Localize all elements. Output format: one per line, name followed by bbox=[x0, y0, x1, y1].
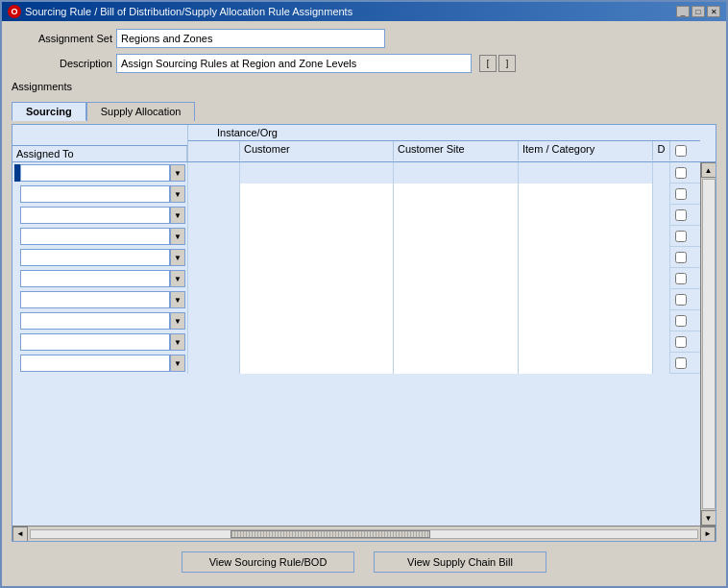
dropdown-arrow-9[interactable]: ▼ bbox=[170, 333, 185, 351]
cell-instance-4 bbox=[188, 226, 240, 247]
table-row: ▼ bbox=[12, 184, 700, 205]
cell-customer-site-10 bbox=[394, 353, 519, 374]
row-checkbox-7[interactable] bbox=[675, 294, 687, 306]
description-label: Description bbox=[12, 58, 112, 69]
description-row: Description [ ] bbox=[12, 54, 716, 73]
cell-customer-site-2 bbox=[394, 184, 519, 205]
cell-customer-3 bbox=[240, 205, 394, 226]
dropdown-arrow-10[interactable]: ▼ bbox=[170, 355, 185, 372]
grid-container: Assigned To Instance/Org Customer Custom… bbox=[12, 124, 716, 542]
row-checkbox-10[interactable] bbox=[675, 357, 687, 369]
close-button[interactable]: ✕ bbox=[707, 6, 720, 17]
assigned-to-dropdown-9[interactable] bbox=[20, 333, 170, 351]
assignments-label: Assignments bbox=[12, 81, 716, 92]
assigned-to-dropdown-1[interactable] bbox=[20, 164, 170, 182]
row-checkbox-9[interactable] bbox=[675, 336, 687, 348]
row-checkbox-1[interactable] bbox=[675, 167, 687, 179]
assigned-to-dropdown-8[interactable] bbox=[20, 312, 170, 330]
cell-instance-3 bbox=[188, 205, 240, 226]
cell-instance-5 bbox=[188, 247, 240, 268]
minimize-button[interactable]: _ bbox=[676, 6, 690, 17]
cell-customer-site-1 bbox=[394, 162, 519, 184]
tab-supply-allocation[interactable]: Supply Allocation bbox=[86, 102, 196, 121]
assigned-to-dropdown-4[interactable] bbox=[20, 228, 170, 245]
cell-item-4 bbox=[519, 226, 653, 247]
cell-assigned-to-1: ▼ bbox=[12, 162, 188, 184]
h-scroll-track[interactable] bbox=[30, 529, 698, 539]
view-supply-chain-button[interactable]: View Supply Chain Bill bbox=[374, 551, 546, 573]
cell-customer-site-5 bbox=[394, 247, 519, 268]
cell-d-8 bbox=[653, 310, 670, 331]
cell-instance-10 bbox=[188, 353, 240, 374]
row-checkbox-4[interactable] bbox=[675, 231, 687, 242]
dropdown-arrow-7[interactable]: ▼ bbox=[170, 291, 185, 308]
table-row: ▼ bbox=[12, 289, 700, 310]
scroll-up-button[interactable]: ▲ bbox=[701, 162, 716, 178]
assigned-to-dropdown-7[interactable] bbox=[20, 291, 170, 308]
table-row: ▼ bbox=[12, 331, 700, 353]
grid-header: Assigned To Instance/Org Customer Custom… bbox=[12, 125, 716, 162]
cell-check-3 bbox=[670, 205, 692, 225]
cell-customer-site-3 bbox=[394, 205, 519, 226]
assignment-set-input[interactable] bbox=[116, 29, 385, 48]
row-checkbox-8[interactable] bbox=[675, 315, 687, 327]
bracket-open[interactable]: [ bbox=[479, 55, 497, 72]
cell-check-8 bbox=[670, 310, 692, 331]
description-input[interactable] bbox=[116, 54, 472, 73]
table-row: ▼ bbox=[12, 205, 700, 226]
row-checkbox-2[interactable] bbox=[675, 188, 687, 200]
main-window: O Sourcing Rule / Bill of Distribution/S… bbox=[0, 0, 728, 588]
bracket-close[interactable]: ] bbox=[498, 55, 516, 72]
window-controls: _ □ ✕ bbox=[676, 6, 720, 17]
row-checkbox-6[interactable] bbox=[675, 273, 687, 284]
vertical-scrollbar[interactable]: ▲ ▼ bbox=[700, 162, 716, 526]
cell-check-10 bbox=[670, 353, 692, 373]
cell-customer-6 bbox=[240, 268, 394, 289]
dropdown-arrow-8[interactable]: ▼ bbox=[170, 312, 185, 330]
cell-item-1 bbox=[519, 162, 653, 184]
header-checkbox[interactable] bbox=[675, 145, 687, 157]
tab-sourcing[interactable]: Sourcing bbox=[12, 102, 86, 121]
dropdown-arrow-5[interactable]: ▼ bbox=[170, 249, 185, 266]
cell-customer-1 bbox=[240, 162, 394, 184]
dropdown-arrow-3[interactable]: ▼ bbox=[170, 207, 185, 224]
scroll-track[interactable] bbox=[702, 179, 716, 509]
assigned-to-dropdown-10[interactable] bbox=[20, 355, 170, 372]
h-scroll-thumb[interactable] bbox=[231, 530, 430, 538]
dropdown-arrow-1[interactable]: ▼ bbox=[170, 164, 185, 182]
assignment-set-row: Assignment Set bbox=[12, 29, 716, 48]
assigned-to-dropdown-6[interactable] bbox=[20, 270, 170, 287]
dropdown-arrow-4[interactable]: ▼ bbox=[170, 228, 185, 245]
cell-d-3 bbox=[653, 205, 670, 226]
maximize-button[interactable]: □ bbox=[692, 6, 705, 17]
assigned-to-dropdown-5[interactable] bbox=[20, 249, 170, 266]
table-row: ▼ bbox=[12, 268, 700, 289]
grid-rows-wrapper: ▼ bbox=[12, 162, 700, 526]
cell-d-4 bbox=[653, 226, 670, 247]
assigned-to-dropdown-2[interactable] bbox=[20, 185, 170, 203]
app-icon: O bbox=[8, 5, 21, 18]
cell-customer-2 bbox=[240, 184, 394, 205]
cell-customer-site-9 bbox=[394, 331, 519, 353]
col-header-assigned: Assigned To bbox=[12, 146, 187, 161]
cell-item-10 bbox=[519, 353, 653, 374]
cell-customer-10 bbox=[240, 353, 394, 374]
dropdown-arrow-6[interactable]: ▼ bbox=[170, 270, 185, 287]
corner-buttons: [ ] bbox=[479, 55, 516, 72]
row-checkbox-3[interactable] bbox=[675, 209, 687, 221]
cell-item-5 bbox=[519, 247, 653, 268]
cell-d-10 bbox=[653, 353, 670, 374]
scroll-left-button[interactable]: ◄ bbox=[12, 527, 28, 542]
view-sourcing-rule-button[interactable]: View Sourcing Rule/BOD bbox=[182, 551, 354, 573]
assignment-set-label: Assignment Set bbox=[12, 33, 112, 44]
horizontal-scrollbar[interactable]: ◄ ► bbox=[12, 526, 716, 541]
scroll-down-button[interactable]: ▼ bbox=[701, 510, 716, 526]
dropdown-arrow-2[interactable]: ▼ bbox=[170, 185, 185, 203]
scroll-right-button[interactable]: ► bbox=[700, 527, 716, 542]
cell-instance-9 bbox=[188, 331, 240, 353]
assigned-to-dropdown-3[interactable] bbox=[20, 207, 170, 224]
row-checkbox-5[interactable] bbox=[675, 252, 687, 263]
title-bar: O Sourcing Rule / Bill of Distribution/S… bbox=[2, 2, 726, 21]
grid-body: ▼ bbox=[12, 162, 716, 526]
cell-d-7 bbox=[653, 289, 670, 310]
